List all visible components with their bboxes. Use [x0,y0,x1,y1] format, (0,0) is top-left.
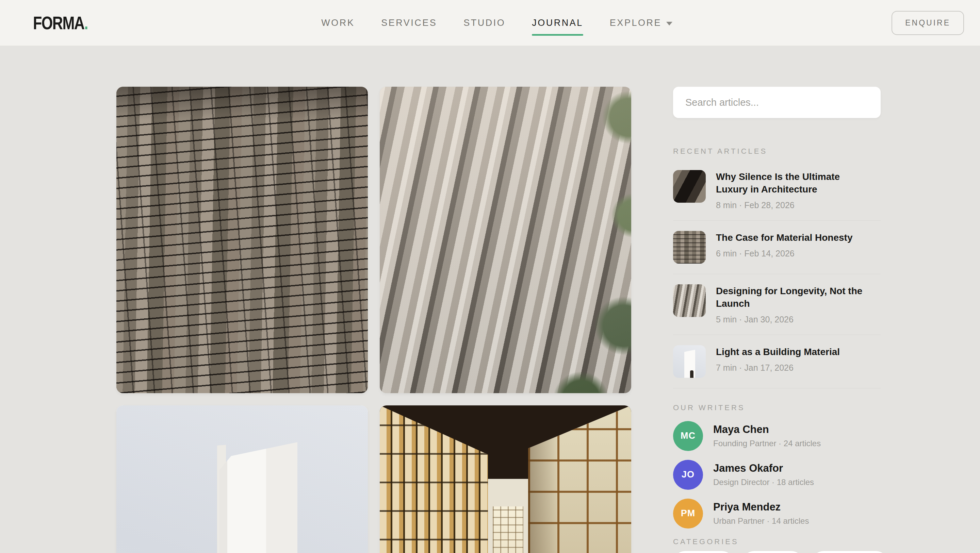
recent-item-meta: 6 min · Feb 14, 2026 [716,249,853,259]
recent-item-light[interactable]: Light as a Building Material 7 min · Jan… [673,335,881,388]
category-chip-practice[interactable]: PRACTICE [811,551,888,553]
chevron-down-icon [666,22,672,25]
recent-item-meta: 8 min · Feb 28, 2026 [716,200,865,210]
category-chip-row: ESSAY CRAFT PRACTICE [673,551,881,553]
stone-wall-thumbnail [673,231,706,264]
active-tab-underline [532,34,583,36]
recent-articles-list: Why Silence Is the Ultimate Luxury in Ar… [673,170,881,388]
avatar: PM [673,499,703,529]
recent-item-title: Designing for Longevity, Not the Launch [716,285,865,310]
site-header: FORMA. WORK SERVICES STUDIO JOURNAL EXPL… [0,0,980,46]
recent-item-text: Designing for Longevity, Not the Launch … [716,284,865,324]
avatar: JO [673,460,703,490]
writer-maya-chen[interactable]: MC Maya Chen Founding Partner · 24 artic… [673,421,881,451]
sidebar: RECENT ARTICLES Why Silence Is the Ultim… [673,87,881,553]
recent-item-text: Light as a Building Material 7 min · Jan… [716,345,840,373]
dark-concrete-thumbnail [673,170,706,203]
writer-name: James Okafor [713,462,814,474]
door-opening-shape [220,442,298,553]
nav-item-work[interactable]: WORK [321,17,355,28]
our-writers-heading: OUR WRITERS [673,404,881,412]
corridor-end-wall-shape [488,479,528,553]
writer-text: Priya Mendez Urban Partner · 14 articles [713,501,809,526]
recent-item-text: The Case for Material Honesty 6 min · Fe… [716,231,853,259]
recent-articles-heading: RECENT ARTICLES [673,147,881,156]
recent-item-longevity[interactable]: Designing for Longevity, Not the Launch … [673,274,881,335]
article-card-material-honesty[interactable]: CRAFT · 6 min The Case for Material Hone… [116,87,368,393]
categories-heading: CATEGORIES [673,537,881,546]
brand-name: FORMA [33,13,84,33]
nav-label-explore: EXPLORE [610,17,662,28]
recent-item-material-honesty[interactable]: The Case for Material Honesty 6 min · Fe… [673,221,881,274]
writer-meta: Design Director · 18 articles [713,477,814,487]
nav-item-explore[interactable]: EXPLORE [610,17,672,28]
avatar: MC [673,421,703,451]
recent-item-title: Why Silence Is the Ultimate Luxury in Ar… [716,171,865,196]
recent-item-silence[interactable]: Why Silence Is the Ultimate Luxury in Ar… [673,170,881,221]
recent-item-title: Light as a Building Material [716,346,840,359]
journal-page-content: CRAFT · 6 min The Case for Material Hone… [0,46,980,553]
recent-item-meta: 7 min · Jan 17, 2026 [716,363,840,373]
article-grid: CRAFT · 6 min The Case for Material Hone… [116,87,631,553]
facade-pattern-thumbnail [673,284,706,317]
nav-label-work: WORK [321,17,355,28]
corridor-shoji-window-shape [493,506,523,553]
writer-name: Maya Chen [713,423,821,435]
wooden-corridor-photo [380,405,631,553]
writer-meta: Urban Partner · 14 articles [713,516,809,526]
search-input[interactable] [673,87,881,118]
recent-item-text: Why Silence Is the Ultimate Luxury in Ar… [716,170,865,210]
angled-facade-photo [380,87,631,393]
category-chip-craft[interactable]: CRAFT [742,551,804,553]
article-card-designing-longevity[interactable]: PRACTICE · 5 min Designing for Longevity… [380,87,631,393]
mini-person-shape [690,370,694,378]
stone-wall-photo [116,87,368,393]
writer-text: James Okafor Design Director · 18 articl… [713,462,814,487]
writer-james-okafor[interactable]: JO James Okafor Design Director · 18 art… [673,460,881,490]
writer-name: Priya Mendez [713,501,809,513]
main-nav: WORK SERVICES STUDIO JOURNAL EXPLORE [102,17,891,28]
recent-item-meta: 5 min · Jan 30, 2026 [716,315,865,324]
writer-priya-mendez[interactable]: PM Priya Mendez Urban Partner · 14 artic… [673,499,881,529]
recent-item-title: The Case for Material Honesty [716,232,853,244]
writer-list: MC Maya Chen Founding Partner · 24 artic… [673,421,881,529]
nav-item-journal[interactable]: JOURNAL [532,17,583,28]
writer-text: Maya Chen Founding Partner · 24 articles [713,423,821,448]
nav-label-studio: STUDIO [463,17,505,28]
white-doorway-thumbnail [673,345,706,378]
nav-item-studio[interactable]: STUDIO [463,17,505,28]
category-chip-essay[interactable]: ESSAY [673,551,734,553]
brand-accent-dot: . [84,13,88,33]
brand-logo[interactable]: FORMA. [33,12,88,33]
nav-item-services[interactable]: SERVICES [381,17,437,28]
nav-label-services: SERVICES [381,17,437,28]
article-card-doorway[interactable] [116,405,368,553]
mini-door-shape [684,350,695,378]
enquire-button[interactable]: ENQUIRE [891,11,964,35]
white-doorway-photo [116,405,368,553]
nav-label-journal: JOURNAL [532,17,583,28]
article-card-corridor[interactable] [380,405,631,553]
writer-meta: Founding Partner · 24 articles [713,439,821,448]
